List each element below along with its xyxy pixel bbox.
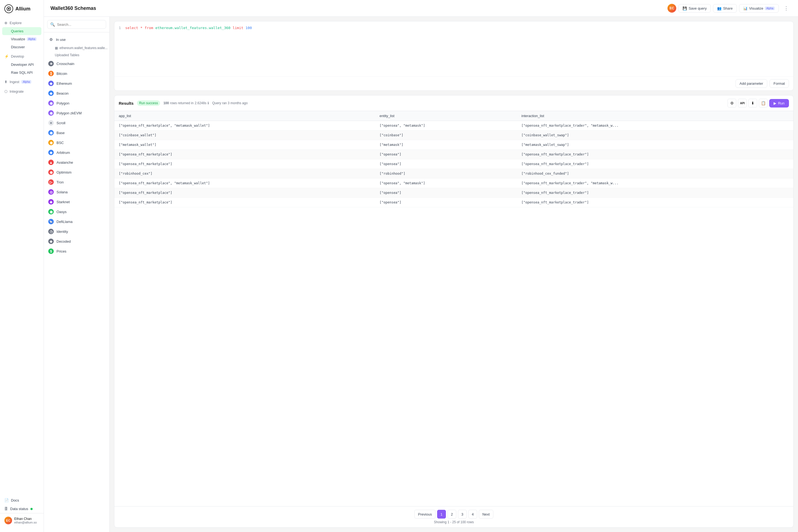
download-csv-button[interactable]: ⬇	[748, 99, 757, 108]
sidebar-item-data-status[interactable]: 🗄 Data status	[0, 505, 44, 513]
table-cell-entity_list: ["opensea"]	[375, 188, 517, 198]
table-cell-app_list: ["opensea_nft_marketplace"]	[114, 150, 375, 159]
table-row: ["robinhood_cex"]["robinhood"]["robinhoo…	[114, 169, 793, 178]
share-button[interactable]: 👥 Share	[713, 4, 737, 13]
schema-item-defi[interactable]: 🦙 DefiLlama	[44, 217, 109, 227]
visualize-icon: 📊	[743, 6, 747, 11]
topbar: Wallet360 Schemas EC 💾 Save query 👥 Shar…	[44, 0, 798, 17]
table-cell-entity_list: ["opensea"]	[375, 150, 517, 159]
logo[interactable]: Allium	[0, 4, 44, 19]
table-cell-interaction_list: ["metamask_wallet_swap"]	[517, 140, 793, 150]
schemas-panel: 🔍 ⚙ In use ▦ ethereum.wallet_features.wa…	[44, 17, 110, 532]
keyword-from: from	[145, 26, 153, 30]
table-cell-interaction_list: ["opensea_nft_marketplace_trader"]	[517, 150, 793, 159]
pagination: Previous 1 2 3 4 Next Showing 1 - 25 of …	[114, 506, 793, 527]
nav-group-integrate[interactable]: ⬡ Integrate	[0, 87, 44, 96]
schema-item-base[interactable]: ◉ Base	[44, 128, 109, 138]
download-json-button[interactable]: 📋	[759, 99, 767, 108]
settings-icon-button[interactable]: ⚙	[727, 99, 736, 108]
schema-item-avalanche[interactable]: ▲ Avalanche	[44, 157, 109, 167]
schema-inuse-table[interactable]: ▦ ethereum.wallet_features.walle...	[44, 44, 109, 52]
schema-item-scroll[interactable]: ≡ Scroll	[44, 118, 109, 128]
sidebar-item-developer-api[interactable]: Developer API	[0, 61, 44, 69]
sidebar-item-raw-sql-api[interactable]: Raw SQL API	[0, 69, 44, 77]
page-title: Wallet360 Schemas	[51, 5, 96, 11]
pagination-controls: Previous 1 2 3 4 Next	[414, 510, 493, 518]
search-input[interactable]	[57, 22, 103, 26]
schema-item-starknet[interactable]: ◈ Starknet	[44, 197, 109, 207]
beacon-icon: ◆	[48, 91, 54, 96]
docs-icon: 📄	[4, 498, 9, 502]
scroll-icon: ≡	[48, 120, 54, 126]
column-header-app-list: app_list	[114, 111, 375, 121]
sidebar-item-docs[interactable]: 📄 Docs	[0, 496, 44, 505]
run-button[interactable]: ▶ Run	[769, 99, 789, 108]
add-parameter-button[interactable]: Add parameter	[736, 79, 767, 88]
polygon-zkevm-icon: ◉	[48, 110, 54, 116]
results-header: Results Run success 100 rows returned in…	[114, 95, 793, 111]
nav-group-ingest[interactable]: ⬆ Ingest Alpha	[0, 78, 44, 86]
table-row: ["opensea_nft_marketplace"]["opensea"]["…	[114, 150, 793, 159]
table-cell-app_list: ["coinbase_wallet"]	[114, 131, 375, 140]
info-icon: ℹ	[208, 101, 209, 105]
previous-button[interactable]: Previous	[414, 510, 435, 518]
table-cell-interaction_list: ["opensea_nft_marketplace_trader"]	[517, 198, 793, 207]
ingest-icon: ⬆	[4, 80, 7, 84]
topbar-avatar: EC	[667, 4, 676, 13]
schema-item-beacon[interactable]: ◆ Beacon	[44, 88, 109, 98]
sidebar: Allium ⊕ Explore Queries Visualize Alpha…	[0, 0, 44, 532]
schema-item-crosschain[interactable]: ⊕ Crosschain	[44, 59, 109, 69]
schema-item-arbitrum[interactable]: ◆ Arbitrum	[44, 148, 109, 157]
schema-item-ethereum[interactable]: ◆ Ethereum	[44, 78, 109, 88]
table-row: ["opensea_nft_marketplace", "metamask_wa…	[114, 121, 793, 131]
results-area: Results Run success 100 rows returned in…	[114, 95, 794, 528]
schema-group-inuse[interactable]: ⚙ In use	[44, 35, 109, 44]
editor-body[interactable]: 1 select * from ethereum.wallet_features…	[114, 21, 793, 76]
more-options-button[interactable]: ⋮	[781, 3, 792, 13]
bitcoin-icon: ₿	[48, 71, 54, 76]
schema-item-identity[interactable]: ◷ Identity	[44, 227, 109, 236]
api-icon-button[interactable]: API	[738, 99, 747, 108]
table-cell-entity_list: ["robinhood"]	[375, 169, 517, 178]
page-button-4[interactable]: 4	[468, 510, 477, 518]
schema-item-bitcoin[interactable]: ₿ Bitcoin	[44, 69, 109, 78]
page-button-2[interactable]: 2	[448, 510, 456, 518]
schema-item-tron[interactable]: ▷ Tron	[44, 177, 109, 187]
schema-uploaded-tables[interactable]: Uploaded Tables	[44, 52, 109, 59]
polygon-icon: ◉	[48, 100, 54, 106]
table-cell-entity_list: ["opensea", "metamask"]	[375, 178, 517, 188]
schema-item-polygon-zkevm[interactable]: ◉ Polygon zkEVM	[44, 108, 109, 118]
develop-icon: ⚡	[4, 54, 9, 58]
schema-item-optimism[interactable]: ◉ Optimism	[44, 167, 109, 177]
save-query-button[interactable]: 💾 Save query	[679, 4, 711, 13]
nav-group-explore[interactable]: ⊕ Explore	[0, 19, 44, 27]
schema-item-decoded[interactable]: ◈ Decoded	[44, 236, 109, 246]
page-button-3[interactable]: 3	[458, 510, 467, 518]
schema-item-solana[interactable]: ◎ Solana	[44, 187, 109, 197]
schema-item-polygon[interactable]: ◉ Polygon	[44, 98, 109, 108]
format-button[interactable]: Format	[770, 79, 789, 88]
sidebar-item-queries[interactable]: Queries	[2, 27, 41, 35]
sidebar-item-discover[interactable]: Discover	[0, 43, 44, 51]
user-name: Ethan Chan	[14, 517, 37, 521]
visualize-button[interactable]: 📊 Visualize Alpha	[739, 4, 779, 13]
sidebar-item-visualize[interactable]: Visualize Alpha	[0, 35, 44, 43]
nav-group-develop[interactable]: ⚡ Develop	[0, 52, 44, 61]
explore-icon: ⊕	[4, 21, 7, 25]
table-cell-app_list: ["opensea_nft_marketplace"]	[114, 188, 375, 198]
visualize-alpha-badge: Alpha	[27, 37, 37, 41]
code-editor[interactable]: select * from ethereum.wallet_features.w…	[125, 26, 789, 72]
table-cell-entity_list: ["coinbase"]	[375, 131, 517, 140]
column-header-interaction-list: interaction_list	[517, 111, 793, 121]
page-button-1[interactable]: 1	[437, 510, 446, 518]
schema-item-bsc[interactable]: ◉ BSC	[44, 138, 109, 148]
next-button[interactable]: Next	[479, 510, 493, 518]
table-cell-interaction_list: ["opensea_nft_marketplace_trader"]	[517, 159, 793, 169]
schema-item-prices[interactable]: $ Prices	[44, 246, 109, 256]
table-header-row: app_list entity_list interaction_list	[114, 111, 793, 121]
schema-item-oasys[interactable]: ◉ Oasys	[44, 207, 109, 217]
decoded-icon: ◈	[48, 239, 54, 244]
search-wrap[interactable]: 🔍	[47, 20, 106, 29]
user-info[interactable]: EC Ethan Chan ethan@allium.so	[4, 517, 39, 524]
search-icon: 🔍	[50, 22, 55, 26]
